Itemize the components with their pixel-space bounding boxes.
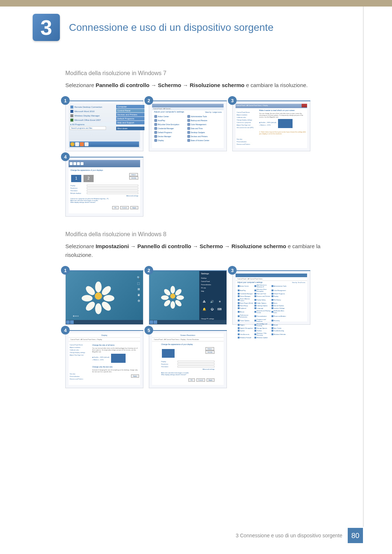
cp-item[interactable]: Performance Information bbox=[237, 314, 254, 318]
radio-option[interactable]: ○ Medium - 125% bbox=[92, 358, 109, 361]
taskbar-icon[interactable] bbox=[66, 320, 70, 324]
shutdown-button[interactable]: Shut down bbox=[116, 127, 144, 130]
cp-item[interactable]: Phone and Modem bbox=[271, 314, 288, 318]
start-right-item[interactable]: Help and Support bbox=[116, 121, 144, 124]
cp-item[interactable]: Credential Manager bbox=[154, 127, 187, 130]
apply-button[interactable]: Apply bbox=[207, 378, 215, 382]
apply-button[interactable]: Apply bbox=[131, 374, 139, 378]
help-link[interactable]: What display settings should I choose? bbox=[70, 201, 138, 203]
cp-item[interactable]: Device Manager bbox=[237, 295, 254, 297]
display-dropdown[interactable] bbox=[87, 185, 138, 186]
radio-option[interactable]: ◉ Smaller - 100% (default) bbox=[92, 356, 109, 358]
cp-item[interactable]: Devices and Printers bbox=[187, 135, 220, 138]
start-right-item[interactable]: Default Programs bbox=[116, 117, 144, 120]
cp-item[interactable]: Sound bbox=[271, 323, 288, 327]
start-button-icon[interactable] bbox=[70, 142, 74, 146]
cp-item[interactable]: Device Manager bbox=[154, 135, 187, 138]
cp-item[interactable]: User Accounts bbox=[237, 332, 254, 336]
cp-item[interactable]: Region bbox=[237, 323, 254, 327]
cp-item[interactable]: Storage Spaces bbox=[254, 327, 271, 329]
cp-item[interactable]: Ease of Access Center bbox=[187, 139, 220, 142]
sidebar-link[interactable]: Adjust ClearType text bbox=[70, 354, 90, 356]
monitor-1[interactable]: 1 bbox=[71, 175, 81, 182]
cp-item[interactable]: Date and Time bbox=[187, 127, 220, 130]
cp-item[interactable]: Windows Defender bbox=[271, 332, 288, 336]
sidebar-link[interactable]: Control Panel Home bbox=[237, 111, 257, 114]
ok-button[interactable]: OK bbox=[188, 378, 195, 382]
cp-item[interactable]: Flash Player (32-bit) bbox=[237, 302, 254, 304]
sidebar-link[interactable]: Devices and Printers bbox=[70, 378, 90, 380]
cp-item[interactable]: Devices and Printers bbox=[254, 295, 271, 297]
taskbar-icon[interactable] bbox=[75, 142, 79, 146]
sidebar-link[interactable]: Calibrate color bbox=[70, 349, 90, 351]
ok-button[interactable]: OK bbox=[112, 206, 119, 209]
cp-item[interactable]: BitLocker Drive Encryption bbox=[154, 123, 187, 126]
resolution-dropdown[interactable] bbox=[177, 363, 215, 365]
cp-item[interactable]: Date and Time bbox=[254, 292, 271, 295]
breadcrumb[interactable]: Control Panel > All Control Panel Items … bbox=[69, 338, 140, 341]
keyboard-icon[interactable]: ⌨ bbox=[216, 308, 223, 314]
cp-item[interactable]: Desktop Gadgets bbox=[187, 131, 220, 134]
taskbar-icon[interactable] bbox=[150, 320, 153, 324]
devices-charm-icon[interactable]: 🖥 bbox=[136, 294, 141, 298]
taskbar-icon[interactable] bbox=[85, 142, 89, 146]
notifications-icon[interactable]: 🔔 bbox=[201, 308, 208, 314]
cancel-button[interactable]: Cancel bbox=[120, 206, 129, 209]
sidebar-link[interactable]: Adjust resolution bbox=[237, 114, 257, 116]
cp-item[interactable]: Color Management bbox=[187, 123, 220, 126]
cp-item[interactable]: BitLocker Drive Encryption bbox=[254, 288, 271, 292]
cp-item[interactable]: System bbox=[237, 329, 254, 332]
cp-item[interactable]: AutoPlay bbox=[237, 288, 254, 292]
network-icon[interactable]: 🖧 bbox=[201, 300, 208, 307]
cp-item-display[interactable]: Display bbox=[154, 139, 187, 142]
apply-button[interactable]: Apply bbox=[130, 206, 138, 209]
sidebar-link[interactable]: Control Panel Home bbox=[70, 344, 90, 346]
share-charm-icon[interactable]: ⬚ bbox=[136, 282, 141, 286]
brightness-icon[interactable]: ☀ bbox=[216, 300, 223, 307]
orientation-dropdown[interactable] bbox=[87, 190, 138, 192]
cp-item[interactable]: Family Safety bbox=[254, 297, 271, 302]
cp-item[interactable]: Action Center bbox=[237, 284, 254, 288]
cp-item[interactable]: Backup and Restore bbox=[187, 119, 220, 122]
cp-item[interactable]: Sync Center bbox=[271, 327, 288, 329]
cp-item[interactable]: Indexing Options bbox=[254, 304, 271, 307]
help-link[interactable]: What display settings should I choose? bbox=[161, 374, 215, 376]
cp-item[interactable]: HomeGroup bbox=[237, 304, 254, 307]
cp-item[interactable]: Speech Recognition bbox=[237, 327, 254, 329]
cp-item[interactable]: Windows Firewall bbox=[237, 336, 254, 339]
volume-icon[interactable]: 🔊 bbox=[209, 300, 215, 307]
cp-item[interactable]: Folder Options bbox=[254, 302, 271, 304]
advanced-link[interactable]: Advanced settings bbox=[161, 368, 215, 370]
multiple-dropdown[interactable] bbox=[87, 192, 138, 194]
cp-item[interactable]: Language bbox=[254, 307, 271, 309]
settings-item[interactable]: Desktop bbox=[201, 276, 225, 280]
cp-item[interactable]: Default Programs bbox=[271, 292, 288, 295]
settings-charm-icon[interactable]: ⚙ bbox=[136, 299, 141, 304]
identify-button[interactable]: Identify bbox=[129, 176, 138, 180]
sidebar-link[interactable]: Devices and Printers bbox=[237, 143, 257, 145]
cp-item[interactable]: Credential Manager bbox=[237, 292, 254, 295]
advanced-link[interactable]: Advanced settings bbox=[70, 195, 138, 197]
identify-button[interactable]: Identify bbox=[205, 350, 215, 354]
cp-item[interactable]: Administrative Tools bbox=[187, 115, 220, 118]
cp-item[interactable]: Administrative Tools bbox=[271, 284, 288, 288]
resolution-dropdown[interactable] bbox=[87, 187, 138, 189]
start-right-item[interactable]: Computer bbox=[116, 105, 144, 108]
cp-item[interactable]: Color Management bbox=[271, 288, 288, 292]
cp-item[interactable]: Troubleshooting bbox=[271, 329, 288, 332]
view-selector[interactable]: View by: Small icons bbox=[290, 281, 307, 284]
cp-item[interactable]: Fonts bbox=[271, 302, 288, 304]
sidebar-link[interactable]: Change display settings bbox=[237, 119, 257, 121]
search-charm-icon[interactable]: 🔍 bbox=[136, 276, 141, 280]
cp-item[interactable]: AutoPlay bbox=[154, 119, 187, 122]
detect-button[interactable]: Detect bbox=[129, 173, 138, 176]
power-icon[interactable]: ⏻ bbox=[209, 308, 215, 314]
cp-item[interactable]: Recovery bbox=[271, 318, 288, 323]
sidebar-link[interactable]: Set custom text size (DPI) bbox=[237, 126, 257, 129]
settings-control-panel[interactable]: Control Panel bbox=[201, 280, 225, 283]
cp-item[interactable]: Taskbar bbox=[254, 329, 271, 332]
radio-option[interactable]: ◉ Smaller - 100% (default) bbox=[259, 121, 276, 124]
sidebar-link[interactable]: Change display settings bbox=[70, 351, 90, 354]
cp-item[interactable]: Ease of Access Center bbox=[237, 297, 254, 302]
cp-item[interactable]: Programs and Features bbox=[254, 318, 271, 323]
